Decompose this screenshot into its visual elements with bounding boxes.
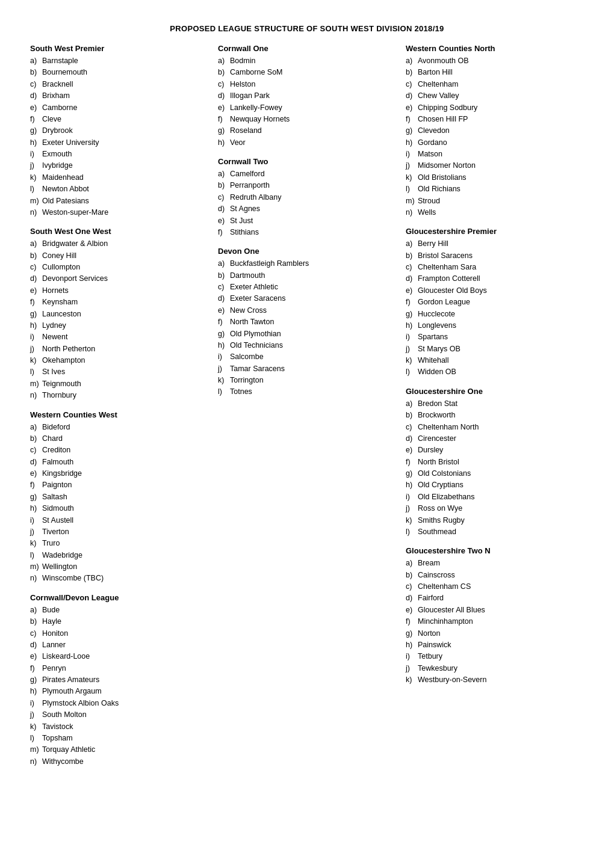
list-item-label: e) (218, 102, 228, 114)
list-item-label: d) (30, 273, 40, 285)
list-item-text: Longlevens (418, 320, 456, 331)
list-item-label: m) (30, 378, 40, 390)
list-item-text: Midsomer Norton (418, 160, 476, 171)
list-item: d)Frampton Cotterell (406, 273, 584, 285)
list-item-label: f) (218, 227, 228, 238)
list-item-text: Camborne (42, 102, 77, 114)
list-item-text: Berry Hill (418, 238, 448, 250)
list-item-label: k) (30, 172, 40, 183)
list-item-text: Keynsham (42, 297, 78, 308)
list-item-label: l) (30, 183, 40, 195)
league-list-2-1: a)Berry Hillb)Bristol Saracensc)Cheltenh… (406, 238, 584, 378)
list-item-label: c) (218, 192, 228, 203)
list-item-text: Falmouth (42, 457, 73, 468)
list-item: f)Paignton (30, 479, 208, 491)
list-item-text: South Molton (42, 709, 87, 721)
list-item: g)Launceston (30, 309, 208, 320)
list-item: e)Gloucester Old Boys (406, 285, 584, 297)
list-item: b)Hayle (30, 616, 208, 627)
list-item-text: Old Richians (418, 183, 460, 195)
list-item-text: Exmouth (42, 149, 72, 160)
list-item: n)Wells (406, 207, 584, 218)
list-item-label: d) (406, 90, 415, 102)
list-item-text: Old Colstonians (418, 468, 471, 479)
list-item-label: c) (406, 262, 415, 273)
list-item-label: j) (30, 526, 40, 538)
list-item-label: l) (406, 526, 415, 538)
list-item: b)Barton Hill (406, 67, 584, 78)
list-item-label: b) (406, 67, 415, 78)
list-item-label: n) (30, 573, 40, 584)
list-item: f)Cleve (30, 114, 208, 125)
list-item-label: k) (406, 355, 415, 366)
list-item-text: Gordon League (418, 297, 470, 308)
list-item-label: g) (30, 491, 40, 503)
list-item: b)Cainscross (406, 570, 584, 581)
list-item: b)Dartmouth (218, 270, 396, 282)
list-item: h)Longlevens (406, 320, 584, 331)
list-item-label: h) (30, 686, 40, 697)
list-item: a)Bream (406, 558, 584, 569)
list-item-label: f) (218, 114, 228, 125)
list-item: b)Bristol Saracens (406, 250, 584, 262)
list-item-label: j) (406, 343, 415, 355)
list-item-label: e) (406, 285, 415, 297)
list-item-label: l) (406, 183, 415, 195)
list-item-label: i) (218, 351, 228, 363)
list-item-text: Saltash (42, 491, 67, 503)
list-item-text: Launceston (42, 309, 81, 320)
list-item-label: m) (30, 195, 40, 207)
list-item-label: f) (406, 297, 415, 308)
list-item-text: Tewkesbury (418, 663, 457, 674)
list-item-label: j) (406, 663, 415, 674)
list-item: k)Whitehall (406, 355, 584, 366)
list-item: a)Bude (30, 605, 208, 616)
list-item-label: f) (30, 479, 40, 491)
list-item-label: d) (30, 90, 40, 102)
list-item-label: e) (30, 651, 40, 662)
list-item-text: Old Elizabethans (418, 491, 475, 503)
list-item: e)Kingsbridge (30, 468, 208, 479)
list-item: c)Exeter Athletic (218, 282, 396, 293)
list-item-text: Stroud (418, 195, 440, 207)
list-item-label: i) (406, 491, 415, 503)
list-item-text: Bournemouth (42, 67, 87, 78)
list-item-text: Old Technicians (230, 340, 283, 351)
league-list-0-0: a)Barnstapleb)Bournemouthc)Bracknelld)Br… (30, 55, 208, 218)
list-item: c)Cheltenham CS (406, 581, 584, 593)
list-item-text: Dursley (418, 445, 443, 456)
list-item-text: Wellington (42, 561, 77, 573)
list-item: d)Cirencester (406, 433, 584, 445)
list-item-text: Bristol Saracens (418, 250, 473, 262)
section-header-0-0: South West Premier (30, 44, 208, 53)
section-header-0-1: South West One West (30, 227, 208, 236)
list-item-text: Widden OB (418, 366, 456, 378)
list-item: l)Totnes (218, 386, 396, 398)
list-item-text: Torrington (230, 375, 264, 386)
list-item: n)Weston-super-Mare (30, 207, 208, 218)
list-item: e)St Just (218, 215, 396, 227)
list-item-label: h) (30, 503, 40, 514)
column-0: South West Premiera)Barnstapleb)Bournemo… (30, 44, 213, 770)
list-item-label: b) (30, 67, 40, 78)
list-item-label: k) (406, 674, 415, 686)
list-item-text: Truro (42, 538, 60, 549)
list-item-text: Hornets (42, 285, 69, 297)
section-header-2-1: Gloucestershire Premier (406, 227, 584, 236)
list-item: i)Newent (30, 331, 208, 343)
list-item-label: b) (30, 250, 40, 262)
list-item-text: Torquay Athletic (42, 744, 95, 756)
list-item: a)Bideford (30, 422, 208, 433)
list-item-label: b) (218, 180, 228, 191)
list-item-text: Matson (418, 149, 442, 160)
list-item-text: Coney Hill (42, 250, 76, 262)
list-item-label: m) (30, 744, 40, 756)
list-item: j)Tamar Saracens (218, 363, 396, 375)
list-item-text: New Cross (230, 305, 267, 316)
list-item-label: g) (218, 328, 228, 340)
list-item: j)North Petherton (30, 343, 208, 355)
list-item-label: g) (218, 125, 228, 137)
list-item: m)Wellington (30, 561, 208, 573)
list-item: l)Old Richians (406, 183, 584, 195)
list-item-text: Chosen Hill FP (418, 114, 468, 125)
